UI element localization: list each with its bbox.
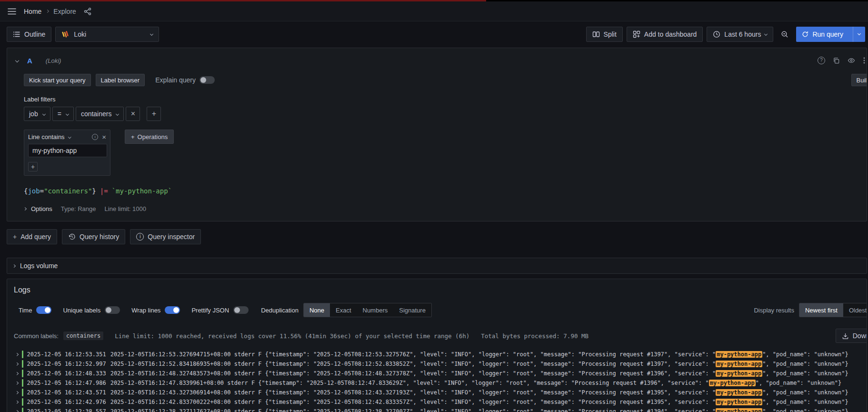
- preview-search-term: `my-python-app`: [112, 187, 172, 195]
- expand-log-chevron-icon[interactable]: [15, 391, 18, 394]
- query-options-row[interactable]: Options Type: Range Line limit: 1000: [24, 205, 867, 212]
- expand-log-chevron-icon[interactable]: [15, 401, 18, 403]
- expand-log-chevron-icon[interactable]: [15, 353, 18, 356]
- clock-icon: [713, 30, 720, 38]
- logs-toggle: Time: [19, 306, 51, 314]
- menu-toggle-button[interactable]: [8, 8, 16, 15]
- operations-label: Operations: [138, 133, 168, 141]
- query-help-icon[interactable]: ?: [818, 57, 825, 64]
- query-inspector-button[interactable]: i Query inspector: [130, 229, 201, 244]
- query-history-button[interactable]: Query history: [62, 229, 125, 244]
- sort-group: Newest firstOldest first: [799, 303, 867, 317]
- zoom-out-icon: [781, 30, 788, 38]
- label-browser-button[interactable]: Label browser: [96, 74, 145, 86]
- logs-panel: Logs Time Unique labels Wrap lines Prett…: [7, 279, 867, 412]
- sort-option-newest-first[interactable]: Newest first: [799, 303, 843, 317]
- add-operation-param-button[interactable]: +: [28, 162, 38, 171]
- zoom-out-time-button[interactable]: [777, 27, 792, 42]
- label-filters-row: job = containers × +: [24, 107, 867, 121]
- toolbar-left: Outline Loki: [7, 27, 159, 42]
- close-icon: ×: [131, 110, 135, 118]
- query-row-header: A (Loki) ?: [7, 55, 867, 66]
- line-contains-operation-card: Line contains i × +: [24, 130, 110, 176]
- remove-filter-button[interactable]: ×: [126, 107, 140, 121]
- dedup-option-signature[interactable]: Signature: [393, 303, 431, 317]
- breadcrumb-explore: Explore: [53, 8, 76, 15]
- download-icon: [842, 332, 849, 340]
- operation-title[interactable]: Line contains: [28, 133, 65, 141]
- more-actions-icon[interactable]: [863, 57, 866, 64]
- run-query-label: Run query: [812, 30, 843, 38]
- split-button[interactable]: Split: [586, 27, 623, 42]
- expand-log-chevron-icon[interactable]: [15, 410, 18, 412]
- filter-operator-select[interactable]: =: [52, 107, 74, 121]
- explain-query-control: Explain query: [155, 76, 215, 84]
- toggle-label: Wrap lines: [131, 307, 160, 314]
- add-filter-button[interactable]: +: [147, 107, 161, 121]
- dedup-option-none[interactable]: None: [304, 303, 330, 317]
- time-range-picker[interactable]: Last 6 hours: [707, 27, 773, 42]
- query-ref-id[interactable]: A: [27, 57, 32, 65]
- hide-query-eye-icon[interactable]: [848, 57, 855, 64]
- run-query-main[interactable]: Run query: [796, 27, 849, 42]
- sync-icon: [802, 31, 808, 38]
- log-row[interactable]: 2025-12-05 16:12:38.557 2025-12-05T16:12…: [13, 407, 861, 412]
- add-to-dashboard-button[interactable]: Add to dashboard: [627, 27, 703, 42]
- explain-query-label: Explain query: [155, 76, 196, 84]
- kick-start-query-button[interactable]: Kick start your query: [24, 74, 91, 86]
- log-row[interactable]: 2025-12-05 16:12:42.976 2025-12-05T16:12…: [13, 397, 861, 407]
- log-row[interactable]: 2025-12-05 16:12:47.986 2025-12-05T16:12…: [13, 378, 861, 388]
- logs-meta-row: Common labels: containers Line limit: 10…: [13, 329, 861, 343]
- top-accent-red: [0, 0, 486, 1]
- run-query-button[interactable]: Run query: [796, 27, 865, 42]
- builder-mode-button[interactable]: Builder: [851, 74, 867, 86]
- preview-equals: =: [40, 187, 44, 195]
- remove-operation-button[interactable]: ×: [102, 133, 106, 141]
- log-timestamp: 2025-12-05 16:12:52.997: [27, 361, 106, 367]
- add-query-button[interactable]: + Add query: [7, 229, 57, 244]
- sort-option-oldest-first[interactable]: Oldest first: [843, 303, 867, 317]
- total-bytes-text: Total bytes processed: 7.90 MB: [481, 332, 589, 340]
- toggle-switch[interactable]: [36, 306, 51, 314]
- toggle-switch[interactable]: [165, 306, 180, 314]
- dedup-option-exact[interactable]: Exact: [330, 303, 357, 317]
- run-query-dropdown[interactable]: [853, 27, 865, 42]
- log-level-bar: [22, 360, 23, 368]
- toggle-switch[interactable]: [105, 306, 120, 314]
- highlight-match: my-python-app: [716, 408, 762, 412]
- line-contains-input[interactable]: [28, 144, 107, 157]
- log-row[interactable]: 2025-12-05 16:12:52.997 2025-12-05T16:12…: [13, 359, 861, 369]
- log-row[interactable]: 2025-12-05 16:12:48.333 2025-12-05T16:12…: [13, 369, 861, 378]
- datasource-picker[interactable]: Loki: [55, 27, 159, 42]
- operations-button[interactable]: + Operations: [125, 130, 174, 144]
- breadcrumb-home[interactable]: Home: [24, 8, 41, 15]
- expand-log-chevron-icon[interactable]: [15, 372, 18, 375]
- log-row[interactable]: 2025-12-05 16:12:53.351 2025-12-05T16:12…: [13, 350, 861, 359]
- outline-button[interactable]: Outline: [7, 27, 51, 42]
- download-button[interactable]: Download: [836, 329, 867, 343]
- filter-label-select[interactable]: job: [24, 107, 50, 121]
- log-row[interactable]: 2025-12-05 16:12:43.571 2025-12-05T16:12…: [13, 388, 861, 397]
- duplicate-query-icon[interactable]: [833, 57, 840, 64]
- filter-value-select[interactable]: containers: [76, 107, 124, 121]
- preview-label-name: job: [28, 187, 40, 195]
- expand-log-chevron-icon[interactable]: [15, 382, 18, 384]
- collapse-query-chevron-icon[interactable]: [15, 59, 19, 62]
- explain-query-toggle[interactable]: [200, 76, 215, 84]
- logs-volume-section[interactable]: Logs volume: [7, 258, 867, 274]
- line-limit-text: Line limit: 1000 reached, received logs …: [115, 332, 469, 340]
- expand-log-chevron-icon[interactable]: [15, 362, 18, 365]
- chevron-right-icon: [23, 207, 27, 211]
- datasource-value: Loki: [74, 30, 86, 38]
- deduplication-control: Deduplication NoneExactNumbersSignature: [261, 303, 432, 317]
- log-level-bar: [22, 351, 23, 358]
- breadcrumb: Home Explore: [24, 8, 76, 15]
- operation-info-icon[interactable]: i: [92, 134, 98, 140]
- dedup-option-numbers[interactable]: Numbers: [357, 303, 394, 317]
- download-label: Download: [853, 332, 867, 340]
- hamburger-icon: [8, 8, 16, 15]
- toggle-switch[interactable]: [233, 306, 249, 314]
- time-range-label: Last 6 hours: [724, 30, 761, 38]
- share-shortened-link-button[interactable]: [84, 8, 91, 15]
- log-level-bar: [22, 379, 23, 387]
